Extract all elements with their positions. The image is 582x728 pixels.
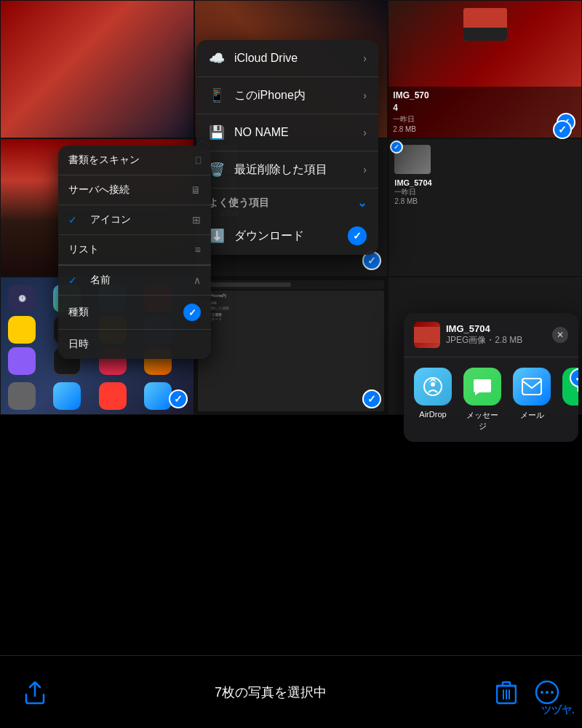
downloads-check: ✓ <box>348 226 367 245</box>
drive-icon: 💾 <box>208 124 226 141</box>
photo-cell-1[interactable] <box>0 0 194 138</box>
sort-type-label: 種類 <box>68 306 89 319</box>
svg-point-6 <box>546 691 549 694</box>
filename-3: IMG_5704 <box>393 90 577 114</box>
photo-cell-6[interactable]: ✓ IMG_5704 一昨日 2.8 MB <box>388 138 582 277</box>
selection-check-7[interactable]: ✓ <box>169 389 188 408</box>
icloud-icon: ☁️ <box>208 50 226 67</box>
share-button[interactable] <box>22 679 48 705</box>
filename-6: IMG_5704 <box>394 178 575 187</box>
photo-cell-8[interactable]: このiPhone内 NO NAME 最近削除した項目 よく使う項目 ダウンロード… <box>194 277 388 415</box>
iphone-arrow: › <box>363 90 367 101</box>
share-popup-title: IMG_5704 JPEG画像・2.8 MB <box>414 322 522 348</box>
menu-item-noname[interactable]: 💾 NO NAME › <box>196 114 378 151</box>
svg-point-1 <box>431 382 435 387</box>
icloud-arrow: › <box>363 52 367 64</box>
app-podcasts <box>8 347 36 375</box>
iphone-icon: 📱 <box>208 87 226 104</box>
menu-item-icloud[interactable]: ☁️ iCloud Drive › <box>196 40 378 77</box>
submenu-sort-type[interactable]: 種類 ✓ <box>58 296 211 330</box>
share-popup-header: IMG_5704 JPEG画像・2.8 MB ✕ <box>404 313 578 357</box>
favorites-section: よく使う項目 ⌄ <box>196 189 378 217</box>
noname-label: NO NAME <box>234 126 289 139</box>
selection-status: 7枚の写真を選択中 <box>215 684 327 701</box>
share-mail[interactable]: メール <box>513 368 551 432</box>
list-view-icon: ≡ <box>195 244 201 256</box>
airdrop-label: AirDrop <box>419 410 446 419</box>
sort-date-label: 日時 <box>68 338 89 351</box>
scan-icon-bracket: ⎕ <box>196 155 201 165</box>
icloud-label: iCloud Drive <box>234 52 298 65</box>
app-news <box>99 382 127 410</box>
submenu-icon-view[interactable]: ✓ アイコン ⊞ <box>58 205 211 235</box>
share-popup-filename: IMG_5704 <box>446 323 522 334</box>
share-messages[interactable]: メッセージ <box>463 368 501 432</box>
downloads-label: ダウンロード <box>234 229 304 244</box>
share-popup-info: IMG_5704 JPEG画像・2.8 MB <box>446 323 522 347</box>
noname-arrow: › <box>363 127 367 138</box>
app-safari <box>53 382 81 410</box>
airdrop-icon <box>414 368 452 405</box>
share-popup-thumbnail <box>414 322 440 348</box>
view-submenu: 書類をスキャン ⎕ サーバへ接続 🖥 ✓ アイコン ⊞ リスト ≡ ✓ 名前 ∧… <box>58 146 211 359</box>
sort-name-check: ✓ <box>68 274 77 286</box>
share-popup: IMG_5704 JPEG画像・2.8 MB ✕ AirDrop <box>404 313 578 442</box>
messages-label: メッセージ <box>463 410 501 432</box>
favorites-chevron[interactable]: ⌄ <box>357 196 367 210</box>
list-view-label: リスト <box>68 243 99 256</box>
size-3: 2.8 MB <box>393 124 577 135</box>
app-settings <box>8 382 36 410</box>
server-label: サーバへ接続 <box>68 183 129 197</box>
icon-view-check: ✓ <box>68 214 77 226</box>
menu-item-iphone[interactable]: 📱 このiPhone内 › <box>196 77 378 114</box>
favorites-label: よく使う項目 <box>208 197 269 210</box>
submenu-server[interactable]: サーバへ接続 🖥 <box>58 175 211 205</box>
deleted-label: 最近削除した項目 <box>234 162 327 178</box>
mail-app-icon <box>513 368 551 405</box>
app-mail-home <box>144 382 172 410</box>
deleted-arrow: › <box>363 164 367 175</box>
bottom-toolbar: 7枚の写真を選択中 <box>0 655 582 728</box>
share-popup-size: JPEG画像・2.8 MB <box>446 334 522 347</box>
selection-check-top-right[interactable]: ✓ <box>553 120 572 139</box>
iphone-label: このiPhone内 <box>234 88 306 103</box>
watermark: ツヅヤ. <box>541 704 575 717</box>
scan-label: 書類をスキャン <box>68 154 140 167</box>
app-clock: 🕐 <box>8 285 36 312</box>
photo-cell-3[interactable]: IMG_5704 一昨日 2.8 MB ✓ <box>388 0 582 138</box>
icon-view-icon: ⊞ <box>192 214 201 226</box>
date-6: 一昨日 <box>394 187 575 197</box>
sort-name-label: 名前 <box>90 274 111 287</box>
submenu-sort-name[interactable]: ✓ 名前 ∧ <box>58 265 211 296</box>
context-menu: ☁️ iCloud Drive › 📱 このiPhone内 › 💾 NO NAM… <box>196 40 378 255</box>
size-6: 2.8 MB <box>394 197 575 205</box>
mail-label: メール <box>520 410 544 421</box>
server-icon: 🖥 <box>191 184 201 196</box>
submenu-scan[interactable]: 書類をスキャン ⎕ <box>58 146 211 175</box>
sort-type-check: ✓ <box>183 304 201 321</box>
share-airdrop[interactable]: AirDrop <box>414 368 452 432</box>
app-notes <box>8 316 36 344</box>
svg-point-5 <box>541 691 543 694</box>
menu-item-downloads[interactable]: ⬇️ ダウンロード ✓ <box>196 217 378 255</box>
share-apps-row: AirDrop メッセージ メール L L <box>404 357 578 442</box>
submenu-sort-date[interactable]: 日時 <box>58 330 211 359</box>
svg-point-7 <box>551 691 554 694</box>
delete-button[interactable] <box>493 679 519 705</box>
svg-rect-2 <box>522 379 541 395</box>
bottom-right-actions <box>493 679 560 705</box>
submenu-list-view[interactable]: リスト ≡ <box>58 235 211 265</box>
date-3: 一昨日 <box>393 114 577 124</box>
sort-name-icon: ∧ <box>194 274 201 286</box>
icon-view-label: アイコン <box>90 213 131 226</box>
messages-icon <box>463 368 501 405</box>
more-button[interactable] <box>534 679 560 705</box>
close-button[interactable]: ✕ <box>552 327 568 343</box>
menu-item-deleted[interactable]: 🗑️ 最近削除した項目 › <box>196 151 378 189</box>
